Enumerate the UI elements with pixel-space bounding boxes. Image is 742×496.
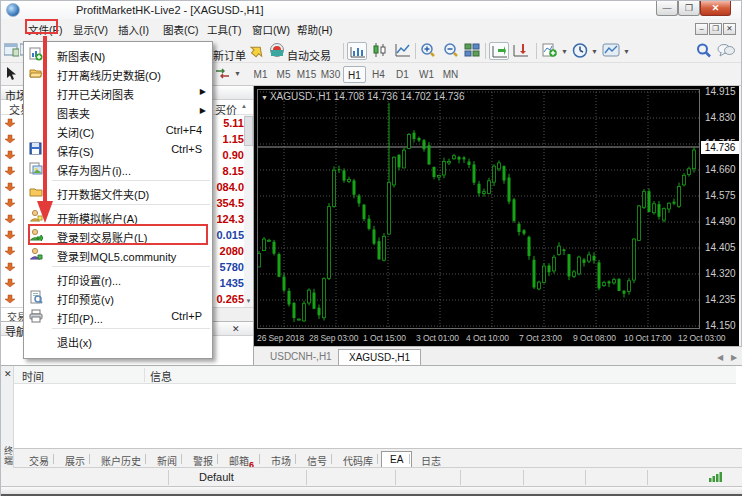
terminal-tab-ea-active[interactable]: EA [381,451,412,468]
symbol-arrow-icon [5,182,16,193]
file-menu-item-13[interactable]: 打印(P)...Ctrl+P [24,307,212,326]
terminal-tab-8[interactable]: 代码库 [335,451,381,468]
file-menu-item-1[interactable]: 打开离线历史数据(O) [24,64,212,83]
menu-item-label: 登录到MQL5.community [57,248,176,264]
chart-tab-usdcnhh1[interactable]: USDCNH-,H1 [260,349,342,366]
timeframe-m30[interactable]: M30 [319,66,342,83]
terminal-tab-0[interactable]: 交易 [21,451,57,468]
file-menu-item-5[interactable]: 保存(S)Ctrl+S [24,140,212,159]
timeframe-m15[interactable]: M15 [295,66,318,83]
indicators-dropdown-icon[interactable]: ▼ [561,48,568,55]
templates-dropdown-icon[interactable]: ▼ [623,48,630,55]
file-menu-item-4[interactable]: 关闭(C)Ctrl+F4 [24,121,212,140]
mdi-close-button[interactable]: ✕ [723,23,736,35]
symbols-dropdown-icon[interactable]: ▼ [234,70,241,77]
time-axis-label: 3 Oct 01:00 [416,333,459,343]
menu-item-shortcut: Ctrl+F4 [166,124,202,136]
tab-scroll-right-icon[interactable]: ▶ [731,353,737,362]
chart-area[interactable]: ▼ XAGUSD-,H1 14.708 14.736 14.702 14.736… [254,86,739,346]
terminal-col-time[interactable]: 时间 [22,368,44,384]
mdi-minimize-button[interactable]: – [695,23,708,35]
terminal-tab-3[interactable]: 新闻 [149,451,185,468]
symbol-arrow-icon [5,118,16,129]
file-menu-item-7[interactable]: 打开数据文件夹(D) [24,183,212,202]
bar-chart-icon[interactable] [347,42,367,60]
symbol-arrow-icon [5,214,16,225]
timeframe-w1[interactable]: W1 [415,66,438,83]
symbols-icon[interactable] [214,67,231,81]
file-menu-item-11[interactable]: 打印设置(r)... [24,269,212,288]
maximize-button[interactable]: ❐ [678,1,700,16]
auto-scroll-icon[interactable] [489,42,509,60]
timeframe-h4[interactable]: H4 [367,66,390,83]
file-menu-item-2[interactable]: 打开已关闭图表▶ [24,83,212,102]
line-chart-icon[interactable] [395,43,411,57]
chart-window-icon[interactable] [4,43,19,57]
terminal-close-icon[interactable]: ✕ [4,370,12,379]
zoom-in-icon[interactable] [420,43,437,58]
periods-icon[interactable] [572,43,588,58]
chart-tab-xagusdh1[interactable]: XAGUSD-,H1 [338,349,421,366]
send-icon[interactable] [248,43,266,58]
terminal-tab-5[interactable]: 邮箱6 [221,451,262,468]
terminal-tab-7[interactable]: 信号 [299,451,335,468]
annotation-box-file-menu [25,19,58,34]
file-menu-item-0[interactable]: 新图表(N) [24,45,212,64]
scrollbar-down-icon[interactable]: ▼ [244,296,253,307]
time-axis-label: 4 Oct 10:00 [466,333,509,343]
minimize-button[interactable]: — [656,1,678,16]
periods-dropdown-icon[interactable]: ▼ [591,48,598,55]
autotrading-button[interactable]: 自动交易 [287,47,331,63]
candlestick-icon[interactable] [372,43,388,57]
save-icon [29,142,43,156]
chart-tabs-bar: USDCNH-,H1XAGUSD-,H1 ◀ ▶ [254,346,742,365]
new-order-button[interactable]: 新订单 [213,47,246,63]
market-watch-scrollbar[interactable]: ▼ [244,115,253,307]
tab-scroll-left-icon[interactable]: ◀ [717,353,723,362]
print-preview-icon [29,290,43,304]
file-menu-item-12[interactable]: 打印预览(v) [24,288,212,307]
price-axis-label: 14.405 [705,242,736,253]
chat-icon[interactable] [717,43,735,58]
timeframe-m5[interactable]: M5 [272,66,295,83]
file-menu-item-3[interactable]: 图表夹▶ [24,102,212,121]
tile-windows-icon[interactable] [464,43,480,57]
save-picture-icon [29,161,43,175]
chart-frame [257,89,700,329]
search-icon[interactable] [696,43,712,58]
status-cell [461,470,524,485]
navigator-close-icon[interactable]: ✕ [232,325,240,334]
window-title: ProfitMarketHK-Live2 - [XAGUSD-,H1] [76,4,264,16]
timeframe-h1[interactable]: H1 [343,66,366,83]
title-bar[interactable]: ProfitMarketHK-Live2 - [XAGUSD-,H1] — ❐ … [1,1,741,19]
file-menu-item-14[interactable]: 退出(x) [24,331,212,350]
cursor-icon[interactable] [5,66,17,81]
terminal-col-message[interactable]: 信息 [150,368,172,384]
autotrade-icon[interactable] [269,43,285,58]
close-button[interactable]: ✕ [700,1,731,16]
zoom-out-icon[interactable] [443,43,460,58]
terminal-tab-1[interactable]: 展示 [57,451,93,468]
timeframe-d1[interactable]: D1 [391,66,414,83]
terminal-tab-4[interactable]: 警报 [185,451,221,468]
terminal-tab-2[interactable]: 账户历史 [93,451,149,468]
price-value: 1.15 [223,133,244,145]
file-menu-item-6[interactable]: 保存为图片(i)... [24,159,212,178]
chart-shift-icon[interactable] [513,44,529,57]
terminal-tab-6[interactable]: 市场 [263,451,299,468]
file-menu-item-10[interactable]: 登录到MQL5.community [24,245,212,264]
terminal-tab-10[interactable]: 日志 [413,451,449,468]
status-profile[interactable]: Default [169,470,307,485]
menu-item-shortcut: Ctrl+S [171,143,202,155]
price-value: 5780 [220,261,244,273]
symbol-arrow-icon [5,166,16,177]
status-bar: Default [1,467,742,486]
mdi-restore-button[interactable]: ❐ [709,23,722,35]
templates-icon[interactable] [602,43,620,58]
timeframe-m1[interactable]: M1 [249,66,272,83]
scrollbar-thumb[interactable] [244,116,253,146]
price-value: 0.265 [216,293,244,305]
indicators-icon[interactable] [542,43,558,58]
timeframe-mn[interactable]: MN [439,66,462,83]
chart-symbol-header: ▼ XAGUSD-,H1 14.708 14.736 14.702 14.736 [261,91,464,102]
